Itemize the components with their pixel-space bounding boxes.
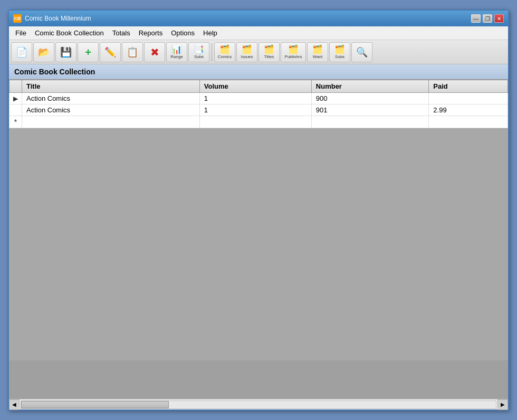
col-indicator xyxy=(9,80,22,93)
section-header: Comic Book Collection xyxy=(9,64,508,80)
toolbar-copy-button[interactable]: 📋 xyxy=(122,42,143,62)
publishers-icon: 🗂️ xyxy=(288,45,299,54)
row-indicator-1: ▶ xyxy=(9,93,22,104)
issues-label: Issues xyxy=(241,54,253,59)
data-table-wrapper[interactable]: Title Volume Number Paid ▶ Action Comics… xyxy=(9,80,508,399)
menu-reports[interactable]: Reports xyxy=(135,28,167,38)
row-indicator-2 xyxy=(9,104,22,116)
table-row[interactable]: ▶ Action Comics 1 900 xyxy=(9,93,508,104)
row-paid-2[interactable]: 2.99 xyxy=(429,104,508,116)
window-controls: — ❐ ✕ xyxy=(471,14,504,23)
toolbar-open-button[interactable]: 📂 xyxy=(33,42,54,62)
col-title: Title xyxy=(22,80,200,93)
row-paid-new[interactable] xyxy=(429,116,508,128)
row-number-new[interactable] xyxy=(311,116,429,128)
toolbar-comics-button[interactable]: 🗂️ Comics xyxy=(214,42,235,62)
toolbar-want-button[interactable]: 🗂️ Want xyxy=(307,42,328,62)
close-button[interactable]: ✕ xyxy=(494,14,504,23)
range-icon: 📊 xyxy=(171,45,182,54)
menu-comic-book-collection[interactable]: Comic Book Collection xyxy=(31,28,108,38)
want-icon: 🗂️ xyxy=(312,45,323,54)
subs2-icon: 🗂️ xyxy=(334,45,345,54)
toolbar-titles-button[interactable]: 🗂️ Titles xyxy=(258,42,280,62)
copy-icon: 📋 xyxy=(127,47,138,57)
row-number-1[interactable]: 900 xyxy=(311,93,429,104)
col-volume: Volume xyxy=(199,80,311,93)
edit-icon: ✏️ xyxy=(104,47,116,57)
col-paid: Paid xyxy=(429,80,508,93)
title-bar: CB Comic Book Millennium — ❐ ✕ xyxy=(9,11,508,26)
empty-area xyxy=(9,128,508,360)
row-indicator-new: * xyxy=(9,116,22,128)
row-volume-new[interactable] xyxy=(199,116,311,128)
add-icon: + xyxy=(85,47,91,58)
toolbar-search-button[interactable]: 🔍 xyxy=(351,42,372,62)
save-icon: 💾 xyxy=(60,47,72,57)
row-title-2[interactable]: Action Comics xyxy=(22,104,200,116)
menu-bar: File Comic Book Collection Totals Report… xyxy=(9,26,508,40)
toolbar-new-button[interactable]: 📄 xyxy=(11,42,32,62)
issues-icon: 🗂️ xyxy=(242,45,252,54)
comics-icon: 🗂️ xyxy=(219,45,230,54)
want-label: Want xyxy=(313,54,322,59)
scroll-left-button[interactable]: ◀ xyxy=(9,399,20,410)
delete-icon: ✖ xyxy=(150,47,159,58)
minimize-button[interactable]: — xyxy=(471,14,481,23)
toolbar-save-button[interactable]: 💾 xyxy=(55,42,76,62)
horizontal-scrollbar[interactable]: ◀ ▶ xyxy=(9,399,508,409)
subs-label: Subs xyxy=(194,54,204,59)
scroll-right-button[interactable]: ▶ xyxy=(497,399,508,410)
data-table: Title Volume Number Paid ▶ Action Comics… xyxy=(9,80,508,128)
open-icon: 📂 xyxy=(38,47,50,57)
table-header-row: Title Volume Number Paid xyxy=(9,80,508,93)
scroll-track[interactable] xyxy=(21,400,496,409)
titles-label: Titles xyxy=(264,54,274,59)
table-row[interactable]: Action Comics 1 901 2.99 xyxy=(9,104,508,116)
subs-icon: 📑 xyxy=(194,45,204,54)
row-number-2[interactable]: 901 xyxy=(311,104,429,116)
menu-options[interactable]: Options xyxy=(167,28,199,38)
menu-totals[interactable]: Totals xyxy=(108,28,135,38)
titles-icon: 🗂️ xyxy=(264,45,274,54)
row-paid-1[interactable] xyxy=(429,93,508,104)
toolbar-edit-button[interactable]: ✏️ xyxy=(100,42,121,62)
toolbar-delete-button[interactable]: ✖ xyxy=(144,42,165,62)
toolbar-subs2-button[interactable]: 🗂️ Subs xyxy=(329,42,350,62)
subs2-label: Subs xyxy=(335,54,344,59)
publishers-label: Publishrs xyxy=(285,54,302,59)
toolbar-range-button[interactable]: 📊 Range xyxy=(166,42,187,62)
window-title: Comic Book Millennium xyxy=(25,15,471,22)
toolbar-subs-button[interactable]: 📑 Subs xyxy=(188,42,209,62)
row-volume-2[interactable]: 1 xyxy=(199,104,311,116)
toolbar: 📄 📂 💾 + ✏️ 📋 ✖ 📊 Range xyxy=(9,40,508,64)
row-title-1[interactable]: Action Comics xyxy=(22,93,200,104)
main-window: CB Comic Book Millennium — ❐ ✕ File Comi… xyxy=(8,9,509,411)
scroll-thumb[interactable] xyxy=(21,401,169,408)
restore-button[interactable]: ❐ xyxy=(483,14,492,23)
toolbar-publishers-button[interactable]: 🗂️ Publishrs xyxy=(281,42,306,62)
new-icon: 📄 xyxy=(16,47,27,57)
menu-file[interactable]: File xyxy=(11,28,31,38)
app-icon: CB xyxy=(13,14,22,23)
toolbar-add-button[interactable]: + xyxy=(78,42,99,62)
toolbar-separator xyxy=(212,43,212,61)
menu-help[interactable]: Help xyxy=(199,28,222,38)
search-icon: 🔍 xyxy=(356,47,368,57)
row-volume-1[interactable]: 1 xyxy=(199,93,311,104)
table-new-row[interactable]: * xyxy=(9,116,508,128)
col-number: Number xyxy=(311,80,429,93)
toolbar-issues-button[interactable]: 🗂️ Issues xyxy=(236,42,257,62)
row-title-new[interactable] xyxy=(22,116,200,128)
comics-label: Comics xyxy=(218,54,232,59)
range-label: Range xyxy=(170,54,183,59)
